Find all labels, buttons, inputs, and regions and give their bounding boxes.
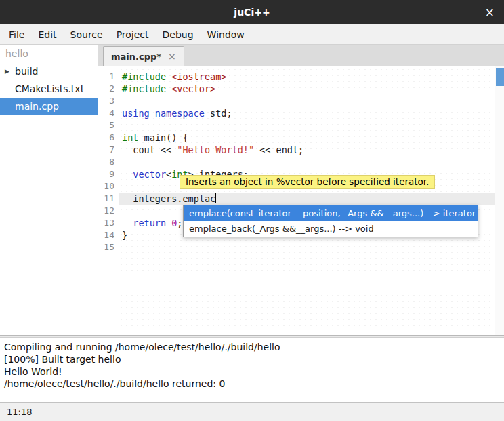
code-token: std; — [205, 108, 232, 119]
line-number: 12 — [98, 205, 114, 217]
app-window: juCi++ × FileEditSourceProjectDebugWindo… — [0, 0, 504, 421]
tab-bar: main.cpp* × — [98, 45, 504, 66]
completion-item[interactable]: emplace(const_iterator __position, _Args… — [184, 205, 478, 221]
close-icon[interactable]: × — [485, 7, 495, 18]
output-line: Hello World! — [4, 365, 504, 378]
line-number: 10 — [98, 180, 114, 193]
line-number: 11 — [98, 193, 114, 205]
menubar: FileEditSourceProjectDebugWindow — [0, 24, 504, 45]
menu-item-window[interactable]: Window — [201, 24, 251, 44]
tab-close-icon[interactable]: × — [168, 52, 176, 61]
titlebar[interactable]: juCi++ × — [0, 0, 504, 24]
line-number: 2 — [98, 83, 114, 95]
line-number-gutter: 123456789101112131415 — [98, 66, 119, 335]
line-number: 6 — [98, 132, 114, 144]
code-token: } — [122, 230, 127, 241]
code-token: namespace — [155, 108, 205, 119]
code-token: int — [122, 132, 138, 143]
code-line: #include <iostream> — [122, 71, 495, 83]
status-bar: 11:18 — [0, 402, 504, 421]
file-tree: ▶buildCMakeLists.txtmain.cpp — [0, 62, 98, 115]
scrollbar-thumb[interactable] — [496, 68, 504, 86]
code-line: #include <vector> — [122, 83, 495, 95]
file-tree-panel: hello ▶buildCMakeLists.txtmain.cpp — [0, 45, 98, 335]
output-panel[interactable]: Compiling and running /home/olece/test/h… — [0, 338, 504, 402]
output-line: Compiling and running /home/olece/test/h… — [4, 341, 504, 353]
code-line: cout << "Hello World!" << endl; — [122, 144, 495, 156]
code-token: using — [122, 108, 150, 119]
completion-item[interactable]: emplace_back(_Args &&__args...) --> void — [184, 221, 478, 237]
menu-item-source[interactable]: Source — [64, 24, 110, 44]
code-token: main() { — [138, 132, 188, 143]
status-time: 11:18 — [7, 407, 32, 417]
menu-item-file[interactable]: File — [2, 24, 31, 44]
line-number: 13 — [98, 217, 114, 229]
code-token: vector — [133, 169, 166, 180]
code-area[interactable]: #include <iostream>#include <vector>usin… — [119, 66, 495, 335]
line-number: 1 — [98, 71, 114, 83]
code-token: cout << — [122, 144, 177, 155]
doc-tooltip: Inserts an object in %vector before spec… — [180, 175, 435, 189]
completion-popup: emplace(const_iterator __position, _Args… — [183, 205, 478, 237]
expander-icon[interactable]: ▶ — [5, 62, 9, 80]
code-line: int main() { — [122, 132, 495, 144]
editor-column: main.cpp* × 123456789101112131415 #inclu… — [98, 45, 504, 335]
line-number: 4 — [98, 107, 114, 119]
code-token: #include — [122, 83, 171, 94]
code-token — [166, 218, 171, 228]
code-token — [122, 218, 133, 228]
tree-item-label: main.cpp — [15, 101, 59, 112]
code-token: <iostream> — [171, 71, 226, 82]
code-line — [122, 156, 495, 168]
code-token: #include — [122, 71, 171, 82]
tree-item-main-cpp[interactable]: main.cpp — [0, 98, 98, 115]
text-cursor — [215, 193, 216, 203]
code-token: <vector> — [171, 83, 215, 94]
code-token: integers.emplac — [122, 193, 215, 204]
code-line — [122, 241, 495, 254]
line-number: 9 — [98, 168, 114, 180]
editor-scrollbar[interactable] — [495, 66, 504, 335]
menu-item-project[interactable]: Project — [110, 24, 156, 44]
project-name: hello — [0, 45, 98, 62]
code-token: return — [133, 218, 166, 228]
window-title: juCi++ — [234, 7, 270, 18]
code-token: << endl; — [254, 144, 303, 155]
tab-label: main.cpp* — [111, 52, 161, 62]
line-number: 7 — [98, 144, 114, 156]
code-line — [122, 119, 495, 132]
line-number: 5 — [98, 119, 114, 132]
code-line: integers.emplac — [119, 193, 495, 205]
menu-item-edit[interactable]: Edit — [31, 24, 63, 44]
main-area: hello ▶buildCMakeLists.txtmain.cpp main.… — [0, 45, 504, 335]
code-line: using namespace std; — [122, 107, 495, 119]
output-line: [100%] Built target hello — [4, 353, 504, 365]
code-token: < — [166, 169, 171, 180]
output-line: /home/olece/test/hello/./build/hello ret… — [4, 378, 504, 390]
menu-item-debug[interactable]: Debug — [156, 24, 201, 44]
line-number: 3 — [98, 95, 114, 107]
line-number: 8 — [98, 156, 114, 168]
tree-item-build[interactable]: ▶build — [0, 62, 98, 80]
tree-item-label: build — [15, 66, 38, 77]
tab-main-cpp[interactable]: main.cpp* × — [103, 46, 184, 66]
code-token: "Hello World!" — [177, 144, 254, 155]
tree-item-label: CMakeLists.txt — [15, 83, 84, 94]
line-number: 14 — [98, 229, 114, 241]
editor[interactable]: 123456789101112131415 #include <iostream… — [98, 66, 504, 335]
code-token: ; — [177, 218, 182, 228]
code-line — [122, 95, 495, 107]
tree-item-cmakelists-txt[interactable]: CMakeLists.txt — [0, 80, 98, 98]
code-token — [150, 108, 155, 119]
code-token — [122, 169, 133, 180]
line-number: 15 — [98, 241, 114, 254]
